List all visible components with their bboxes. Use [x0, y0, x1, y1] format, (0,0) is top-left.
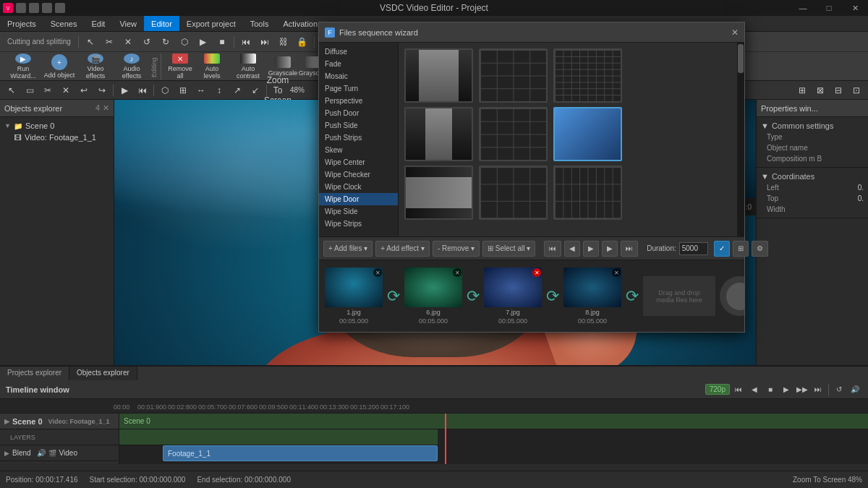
- timeline-ruler[interactable]: 00:00 00:01:900 00:02:800 00:05:700 00:0…: [0, 399, 868, 414]
- tb-back-btn[interactable]: ⏮: [237, 33, 255, 51]
- film-close-1[interactable]: ✕: [373, 268, 382, 277]
- sub-tb-rect[interactable]: ▭: [21, 82, 38, 99]
- wizard-settings-button[interactable]: ⚙: [752, 241, 768, 257]
- tb-cut-btn[interactable]: ✂: [101, 33, 118, 51]
- auto-levels-button[interactable]: Auto levels: [196, 53, 228, 80]
- thumb-vertical-in-8[interactable]: Vertical In with 1x8 grid: [553, 48, 622, 103]
- sub-tb-cut[interactable]: ✂: [39, 82, 56, 99]
- transition-wipecenter[interactable]: Wipe Center: [319, 156, 398, 168]
- grid3-btn[interactable]: ⊟: [830, 82, 847, 99]
- drag-drop-box[interactable]: Drag and dropmedia files here: [643, 276, 715, 316]
- close-panel-button[interactable]: ✕: [103, 103, 109, 113]
- footage-clip[interactable]: Footage_1_1: [163, 445, 438, 461]
- common-settings-header[interactable]: ▼ Common settings: [761, 120, 864, 132]
- tl-skip-back[interactable]: ⏮: [731, 383, 746, 396]
- menu-export[interactable]: Export project: [179, 16, 243, 31]
- transition-diffuse[interactable]: Diffuse: [319, 46, 398, 58]
- select-all-button[interactable]: ⊞ Select all ▾: [482, 241, 535, 257]
- pin-button[interactable]: 4: [95, 103, 100, 113]
- sub-tb-7[interactable]: ↗: [229, 82, 246, 99]
- thumb-vertical-out[interactable]: Vertical Out: [404, 107, 473, 161]
- remove-all-button[interactable]: ✕ Remove all: [166, 53, 195, 80]
- sub-tb-4[interactable]: ⊞: [174, 82, 192, 99]
- remove-button[interactable]: - Remove ▾: [433, 241, 480, 257]
- close-button[interactable]: ✕: [842, 0, 868, 16]
- tab-projects-explorer[interactable]: Projects explorer: [0, 367, 69, 380]
- tb-fwd-btn[interactable]: ⏭: [256, 33, 273, 51]
- apply-button[interactable]: ✓: [714, 241, 730, 257]
- film-close-3[interactable]: ✕: [532, 268, 541, 277]
- transition-perspective[interactable]: Perspective: [319, 95, 398, 107]
- minimize-button[interactable]: —: [790, 0, 816, 16]
- sub-tb-play1[interactable]: ▶: [116, 82, 133, 99]
- transition-wipeside[interactable]: Wipe Side: [319, 205, 398, 218]
- sub-tb-undo[interactable]: ↩: [75, 82, 93, 99]
- add-effect-button[interactable]: + Add effect ▾: [375, 241, 430, 257]
- rewind-button[interactable]: ⏮: [544, 241, 561, 257]
- transition-fade[interactable]: Fade: [319, 58, 398, 70]
- window-controls[interactable]: — □ ✕: [790, 0, 868, 16]
- tb-stop-btn[interactable]: ■: [213, 33, 231, 51]
- video-effects-button[interactable]: 🎬 Video effects: [78, 53, 113, 80]
- grid2-btn[interactable]: ⊠: [812, 82, 829, 99]
- sub-tb-3[interactable]: ⬡: [156, 82, 174, 99]
- tab-objects-explorer[interactable]: Objects explorer: [69, 367, 137, 380]
- transition-pushside[interactable]: Push Side: [319, 119, 398, 132]
- wizard-play-button[interactable]: ▶: [583, 241, 599, 257]
- sub-tb-delete[interactable]: ✕: [57, 82, 75, 99]
- tb-rotate2-btn[interactable]: ↻: [157, 33, 174, 51]
- menu-editor[interactable]: Editor: [144, 16, 179, 31]
- tb-x-btn[interactable]: ✕: [119, 33, 137, 51]
- thumb-horizontal-in-8[interactable]: Horizontal In with 8x1 grid: [553, 166, 622, 220]
- grid4-btn[interactable]: ⊡: [848, 82, 865, 99]
- tb-play-btn[interactable]: ▶: [195, 33, 212, 51]
- tl-play[interactable]: ▶: [779, 383, 793, 396]
- crop-button[interactable]: ⊞: [733, 241, 749, 257]
- menu-activation[interactable]: Activation: [276, 16, 325, 31]
- thumb-vertical-in-4[interactable]: Vertical In with 1x4 grid: [479, 48, 548, 103]
- menu-projects[interactable]: Projects: [0, 16, 43, 31]
- zoom-screen-btn[interactable]: Zoom To Screen: [269, 82, 286, 99]
- add-files-button[interactable]: + Add files ▾: [323, 241, 373, 257]
- sub-tb-play2[interactable]: ⏮: [134, 82, 151, 99]
- tl-vol[interactable]: 🔊: [848, 383, 862, 396]
- grid-btn[interactable]: ⊞: [793, 82, 811, 99]
- menu-scenes[interactable]: Scenes: [43, 16, 85, 31]
- sub-tb-arrow[interactable]: ↖: [3, 82, 20, 99]
- tree-footage11[interactable]: 🎞 Video: Footage_1_1: [0, 132, 114, 143]
- transition-pushstrips[interactable]: Push Strips: [319, 132, 398, 144]
- tb-rotate-btn[interactable]: ↺: [138, 33, 156, 51]
- maximize-button[interactable]: □: [816, 0, 842, 16]
- thumb-vertical-out-4[interactable]: Vertical Out with 1x4 grid: [479, 107, 548, 161]
- playhead[interactable]: [445, 414, 446, 464]
- sub-tb-6[interactable]: ↕: [210, 82, 228, 99]
- tl-loop[interactable]: ↺: [832, 383, 846, 396]
- tl-back-frame[interactable]: ◀: [747, 383, 762, 396]
- tl-skip-fwd[interactable]: ⏭: [811, 383, 825, 396]
- wizard-scrollbar[interactable]: [737, 43, 744, 236]
- fast-forward-button[interactable]: ⏭: [621, 241, 638, 257]
- transition-wipedoor[interactable]: Wipe Door: [319, 193, 398, 205]
- tree-scene0[interactable]: ▼ 📁 Scene 0: [0, 120, 114, 132]
- menu-view[interactable]: View: [112, 16, 144, 31]
- transition-pageturn[interactable]: Page Turn: [319, 82, 398, 95]
- thumb-vertical-out-8[interactable]: Vertical Out with 1x8 grid: [553, 107, 622, 161]
- tl-fwd-frame[interactable]: ▶▶: [795, 383, 809, 396]
- thumb-horizontal-in-4[interactable]: Horizontal In with 4x1 grid: [479, 166, 548, 220]
- sub-tb-8[interactable]: ↙: [247, 82, 264, 99]
- audio-effects-button[interactable]: ♪ Audio effects: [114, 53, 149, 80]
- add-object-button[interactable]: + Add object: [42, 53, 77, 80]
- thumb-vertical-in[interactable]: Vertical In: [404, 48, 473, 103]
- transition-wipechecker[interactable]: Wipe Checker: [319, 168, 398, 181]
- transition-pushdoor[interactable]: Push Door: [319, 107, 398, 119]
- duration-input[interactable]: [679, 242, 708, 255]
- prev-button[interactable]: ◀: [564, 241, 580, 257]
- film-close-4[interactable]: ✕: [612, 268, 621, 277]
- transition-mosaic[interactable]: Mosaic: [319, 70, 398, 82]
- film-close-2[interactable]: ✕: [453, 268, 461, 277]
- panel-controls[interactable]: 4 ✕: [95, 103, 109, 113]
- transition-wipeclock[interactable]: Wipe Clock: [319, 181, 398, 193]
- tl-stop[interactable]: ■: [763, 383, 778, 396]
- coordinates-header[interactable]: ▼ Coordinates: [761, 171, 864, 182]
- scrollbar-thumb[interactable]: [738, 44, 744, 73]
